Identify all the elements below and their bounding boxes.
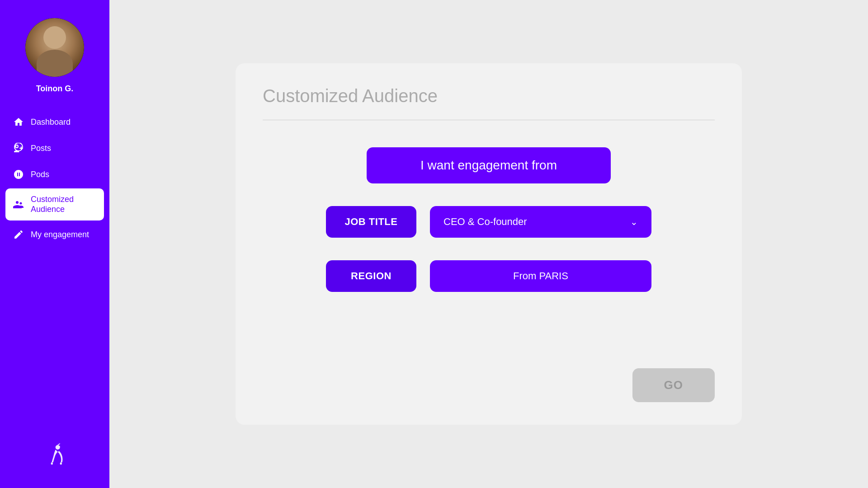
page-title: Customized Audience	[263, 86, 715, 106]
sidebar-footer	[43, 434, 66, 474]
nav-menu: Dashboard Posts Pods	[0, 110, 109, 434]
job-title-filter-row: JOB TITLE CEO & Co-founder ⌄	[326, 206, 651, 238]
dashboard-icon	[13, 116, 24, 128]
chevron-down-icon: ⌄	[630, 216, 638, 227]
job-title-label-button[interactable]: JOB TITLE	[326, 206, 416, 238]
sidebar-item-dashboard[interactable]: Dashboard	[0, 110, 109, 134]
go-button[interactable]: GO	[632, 368, 715, 402]
audience-icon	[13, 199, 24, 211]
user-name: Toinon G.	[36, 84, 74, 94]
svg-point-1	[16, 201, 19, 204]
svg-line-6	[58, 444, 60, 445]
region-filter-row: REGION From PARIS	[326, 260, 651, 292]
content-area: I want engagement from JOB TITLE CEO & C…	[263, 147, 715, 402]
svg-rect-5	[60, 462, 62, 465]
svg-rect-4	[51, 462, 53, 465]
pods-icon	[13, 169, 24, 180]
svg-point-7	[58, 446, 60, 447]
engagement-button[interactable]: I want engagement from	[367, 147, 611, 183]
main-card: Customized Audience I want engagement fr…	[236, 63, 742, 425]
svg-point-0	[15, 145, 18, 148]
divider	[263, 120, 715, 120]
avatar	[25, 18, 84, 77]
sidebar-item-my-engagement[interactable]: My engagement	[0, 222, 109, 247]
svg-point-3	[56, 445, 60, 450]
sidebar-item-pods[interactable]: Pods	[0, 162, 109, 187]
sidebar-item-customized-audience[interactable]: Customized Audience	[5, 188, 104, 221]
sidebar-item-posts[interactable]: Posts	[0, 136, 109, 160]
region-value-button[interactable]: From PARIS	[430, 260, 651, 292]
posts-icon	[13, 142, 24, 154]
ostrich-logo-icon	[43, 443, 66, 465]
engagement-icon	[13, 229, 24, 240]
job-title-value-button[interactable]: CEO & Co-founder ⌄	[430, 206, 651, 238]
region-label-button[interactable]: REGION	[326, 260, 416, 292]
sidebar: Toinon G. Dashboard Posts	[0, 0, 109, 488]
svg-point-2	[20, 202, 22, 204]
main-content: Customized Audience I want engagement fr…	[109, 0, 868, 488]
